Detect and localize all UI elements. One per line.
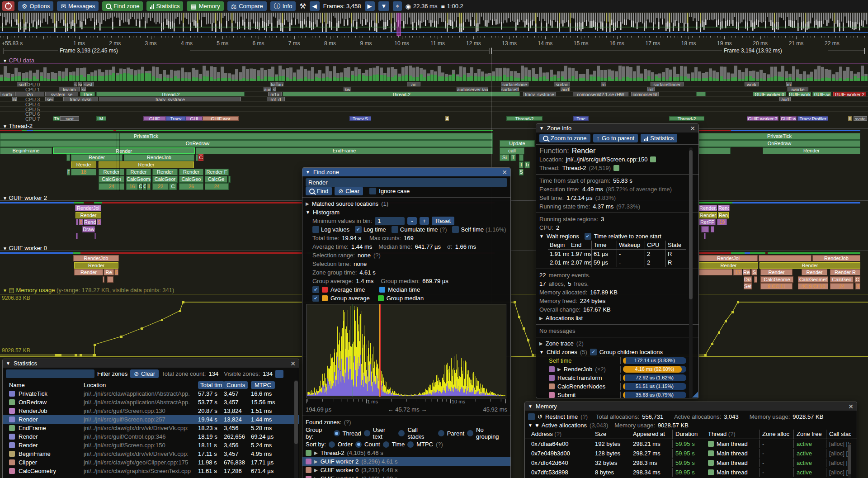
zone-tr[interactable]: Tr: [524, 161, 530, 168]
memory-titlebar[interactable]: ▼ Memory ✕: [525, 402, 857, 411]
zone-si[interactable]: si: [81, 87, 86, 91]
zone-tracy-sysn[interactable]: tracy_sysn: [63, 97, 98, 101]
zone-kw[interactable]: kw: [344, 87, 351, 91]
group-children-checkbox[interactable]: ✔: [590, 349, 597, 355]
zone-onredraw[interactable]: OnRedraw: [0, 140, 493, 147]
zone-se[interactable]: se: [78, 82, 82, 86]
zone-thread-2[interactable]: Thread-2: [669, 116, 704, 121]
zone-calcge[interactable]: CalcGe: [205, 176, 227, 183]
zone-guif-worker-2[interactable]: GUIF worker 2: [833, 92, 866, 96]
collapse-icon[interactable]: ▼: [6, 361, 10, 366]
zone[interactable]: [699, 269, 732, 275]
zone-calcgeo[interactable]: CalcGeo: [179, 176, 203, 183]
zone-syst[interactable]: syst: [60, 116, 79, 121]
memory-column-duration[interactable]: Duration: [672, 430, 705, 439]
zone-render[interactable]: Render: [152, 169, 178, 175]
close-icon[interactable]: ✕: [290, 360, 296, 367]
memory-column-zone-alloc[interactable]: Zone alloc: [759, 430, 793, 439]
active-allocations-section[interactable]: ▼♥ Active allocations(3,043) Memory usag…: [525, 421, 857, 430]
zone[interactable]: [704, 233, 706, 239]
found-zone-group-guif-worker-1[interactable]: ▶GUIF worker 1(3,192) 4.39 s: [302, 474, 510, 478]
group-by-user-text[interactable]: [364, 430, 370, 436]
zone-guif[interactable]: GUIF: [143, 116, 166, 121]
column-name[interactable]: Name: [9, 382, 25, 388]
zone-renderjol[interactable]: RenderJol: [699, 255, 758, 261]
allocation-row[interactable]: 0x7dfc42d64032 bytes298.3 ms59.95 sMain …: [525, 458, 857, 468]
zone-9[interactable]: 9: [97, 219, 101, 225]
zone-guif-worker-2[interactable]: GUIF worker 2: [747, 116, 778, 121]
memory-column-appeared-at[interactable]: Appeared at: [630, 430, 672, 439]
statistics-titlebar[interactable]: ▼ Statistics ✕: [3, 359, 299, 368]
zone[interactable]: [519, 154, 524, 161]
minus-button[interactable]: -: [407, 217, 416, 225]
show-average-checkbox[interactable]: ✔: [312, 286, 319, 293]
wait-col-time[interactable]: Time: [591, 241, 617, 250]
power-button[interactable]: [2, 1, 14, 11]
wait-col-end[interactable]: End: [569, 241, 591, 250]
memory-column-call-stack[interactable]: Call stack: [826, 430, 851, 439]
zone-privatetick[interactable]: PrivateTick: [698, 133, 860, 140]
zone-8[interactable]: 8: [147, 183, 151, 190]
zone-render[interactable]: Render: [53, 147, 195, 154]
zone-iworke[interactable]: iworke: [788, 87, 808, 91]
zone-render[interactable]: Render: [763, 147, 860, 154]
zone[interactable]: [698, 147, 731, 154]
wait-col-wakeup[interactable]: Wakeup: [617, 241, 645, 250]
frame-dropdown-button[interactable]: ▼: [378, 1, 390, 11]
zone-17[interactable]: 17: [733, 269, 742, 275]
plus-button[interactable]: +: [420, 217, 429, 225]
stats-row-privatetick[interactable]: PrivateTickjni/../jni/src/claw/applicati…: [3, 389, 299, 398]
time-bar[interactable]: 4.16 ms (92.60%): [623, 366, 686, 373]
zone-syste[interactable]: syste: [854, 116, 867, 121]
zone-s[interactable]: S: [751, 269, 757, 275]
zone-surfacefinge[interactable]: surfacefinge: [501, 82, 528, 86]
zone-au[interactable]: au: [277, 82, 283, 86]
allocation-row[interactable]: 0x7dfaa64e00192 bytes298.21 ms59.95 sMai…: [525, 439, 857, 449]
zone[interactable]: [759, 255, 811, 261]
compare-button[interactable]: ⚖Compare: [227, 1, 267, 11]
zone-l[interactable]: l: [848, 116, 852, 121]
zone-rend[interactable]: Rend: [84, 219, 96, 225]
time-bar[interactable]: 51.51 us (1.15%): [623, 383, 686, 390]
find-zone-button[interactable]: Find zone: [102, 1, 143, 11]
stats-row-clipper[interactable]: Clipperjni/../jni/src/claw/gfx/geo/Clipp…: [3, 458, 299, 467]
zone-render[interactable]: Render: [75, 212, 101, 218]
scrollbar[interactable]: [848, 444, 851, 478]
zone[interactable]: [696, 92, 706, 96]
stats-row-calcgeometry[interactable]: CalcGeometryjni/../jni/src/claw/graphics…: [3, 467, 299, 475]
child-zone-calcrendernodes[interactable]: CalcRenderNodes51.51 us (1.15%): [536, 382, 698, 391]
group-by-call-stacks[interactable]: [398, 430, 405, 436]
zone-renderj[interactable]: RenderJ: [699, 205, 717, 211]
zone-aud[interactable]: aud: [779, 97, 791, 101]
zone-render[interactable]: Render: [802, 269, 827, 275]
zone-render-f[interactable]: Render F: [205, 169, 229, 175]
zone-tracy[interactable]: Tracy: [166, 116, 186, 121]
zone-18[interactable]: 18: [71, 169, 96, 175]
reset-button[interactable]: Reset: [432, 217, 454, 225]
clipped-button[interactable]: [275, 370, 283, 378]
zone-th[interactable]: Th: [53, 116, 60, 121]
zone[interactable]: [76, 219, 78, 225]
zone[interactable]: [103, 276, 104, 283]
zone-rende[interactable]: Rende: [71, 161, 96, 168]
memory-column-size[interactable]: Size: [592, 430, 630, 439]
zone-re[interactable]: Re: [104, 269, 114, 275]
collapse-icon[interactable]: ▼: [528, 404, 533, 409]
zone-composer-2-1-se-hw[interactable]: composer@2.1-se (HW: [573, 92, 628, 96]
time-bar[interactable]: 172.14 us (3.83%): [623, 357, 686, 364]
memory-button[interactable]: ▤Memory: [187, 1, 223, 11]
zone-5[interactable]: 5: [114, 269, 118, 275]
zone-24[interactable]: 24: [205, 183, 229, 190]
zone-thread-2[interactable]: Thread-2: [283, 92, 520, 96]
clear-button[interactable]: ⊘Clear: [335, 187, 363, 195]
zone-guif-w[interactable]: GUIF w: [780, 116, 797, 121]
allocations-list-section[interactable]: ▶Allocations list: [536, 314, 698, 322]
child-zone-self-time[interactable]: Self time172.14 us (3.83%): [536, 356, 698, 365]
cumulate-time-checkbox[interactable]: [392, 226, 398, 233]
zone-c[interactable]: C: [198, 154, 203, 161]
expand-icon[interactable]: ▶: [314, 468, 318, 473]
sort-by-order[interactable]: [329, 441, 335, 448]
zone-f[interactable]: F: [67, 169, 70, 175]
memory-column-zone-free[interactable]: Zone free: [793, 430, 826, 439]
zone-rend[interactable]: Rend: [718, 205, 730, 211]
